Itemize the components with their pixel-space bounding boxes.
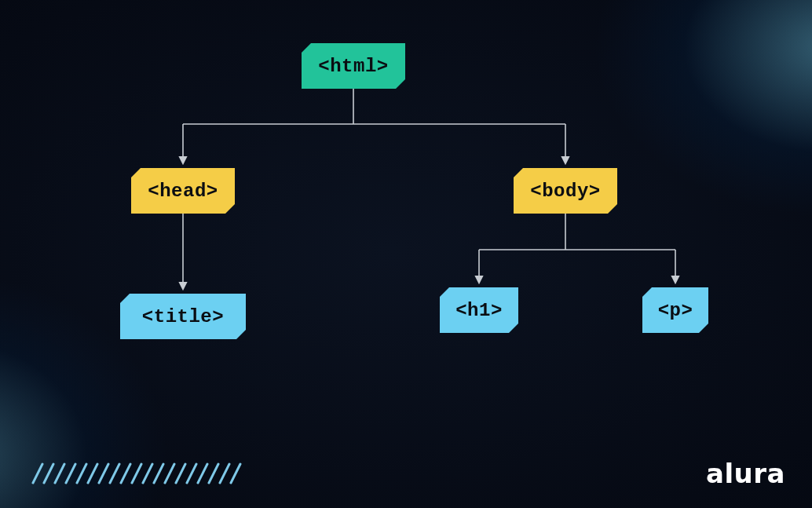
svg-line-13 xyxy=(77,464,86,483)
svg-line-9 xyxy=(33,464,42,483)
svg-line-19 xyxy=(143,464,152,483)
svg-line-18 xyxy=(132,464,141,483)
decorative-hatch xyxy=(31,462,251,484)
svg-line-27 xyxy=(231,464,240,483)
node-h1: <h1> xyxy=(440,287,518,333)
svg-line-12 xyxy=(66,464,75,483)
svg-line-17 xyxy=(121,464,130,483)
node-html: <html> xyxy=(302,43,405,89)
svg-line-23 xyxy=(187,464,196,483)
svg-line-24 xyxy=(198,464,207,483)
svg-line-10 xyxy=(44,464,53,483)
svg-line-26 xyxy=(220,464,229,483)
svg-line-21 xyxy=(165,464,174,483)
svg-line-16 xyxy=(110,464,119,483)
node-p: <p> xyxy=(642,287,708,333)
svg-line-20 xyxy=(154,464,163,483)
svg-line-25 xyxy=(209,464,218,483)
brand-logo: alura xyxy=(706,458,785,489)
connector-lines xyxy=(0,0,812,508)
svg-line-14 xyxy=(88,464,97,483)
svg-line-22 xyxy=(176,464,185,483)
diagram-stage: { "tree": { "root": { "label": "<html>",… xyxy=(0,0,812,508)
node-head: <head> xyxy=(131,168,235,214)
node-body: <body> xyxy=(514,168,617,214)
svg-line-11 xyxy=(55,464,64,483)
node-title: <title> xyxy=(120,294,246,339)
svg-line-15 xyxy=(99,464,108,483)
